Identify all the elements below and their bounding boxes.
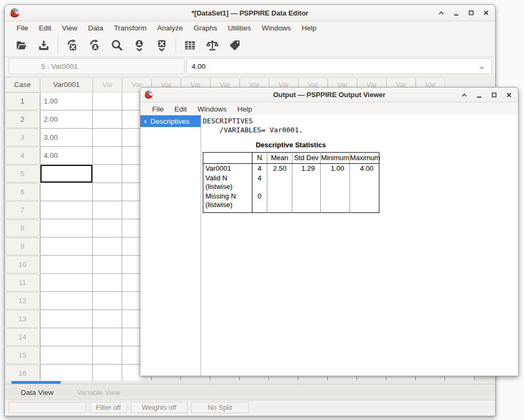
data-cell[interactable] [40, 364, 93, 381]
row-header-3[interactable]: 3 [5, 129, 40, 146]
split-file-button[interactable] [179, 36, 201, 55]
selected-cell[interactable] [40, 165, 93, 183]
data-cell[interactable] [93, 328, 122, 346]
menu-transform[interactable]: Transform [109, 23, 152, 33]
menu-help[interactable]: Help [232, 104, 258, 114]
find-button[interactable] [106, 36, 128, 55]
menu-windows[interactable]: Windows [256, 23, 296, 33]
menu-edit[interactable]: Edit [169, 104, 192, 114]
data-cell[interactable] [93, 237, 122, 256]
view-tabbar: Data ViewVariable View [5, 384, 495, 400]
data-cell[interactable] [93, 201, 122, 219]
row-header-1[interactable]: 1 [5, 92, 40, 110]
data-cell[interactable] [93, 110, 122, 129]
data-cell[interactable] [40, 219, 93, 237]
row-header-11[interactable]: 11 [5, 274, 40, 291]
data-cell[interactable] [40, 237, 93, 256]
row-header-6[interactable]: 6 [5, 183, 40, 201]
row-header-5[interactable]: 5 [5, 165, 40, 183]
data-cell[interactable] [40, 292, 93, 310]
data-cell[interactable] [93, 256, 122, 274]
data-cell[interactable] [93, 147, 122, 165]
shade-button[interactable] [460, 91, 468, 99]
data-cell[interactable] [93, 219, 122, 237]
shade-button[interactable] [437, 9, 445, 17]
menu-help[interactable]: Help [296, 23, 322, 33]
save-button[interactable] [33, 36, 55, 55]
case-column-header[interactable]: Case [5, 77, 40, 92]
menu-data[interactable]: Data [83, 23, 109, 33]
row-header-2[interactable]: 2 [5, 110, 40, 128]
maximize-button[interactable] [467, 9, 475, 17]
menu-edit[interactable]: Edit [34, 23, 57, 33]
minimize-button[interactable] [475, 91, 483, 99]
data-cell[interactable] [93, 274, 122, 292]
open-button[interactable] [10, 36, 33, 55]
menu-file[interactable]: File [11, 23, 34, 33]
maximize-button[interactable] [490, 91, 498, 99]
window-title: *[DataSet1] — PSPPIRE Data Editor [5, 9, 495, 17]
menu-utilities[interactable]: Utilities [223, 23, 257, 33]
row-header-12[interactable]: 12 [5, 292, 40, 310]
status-weights-off[interactable]: Weights off [131, 402, 187, 413]
row-header-14[interactable]: 14 [5, 328, 40, 346]
status-filter-off[interactable]: Filter off [90, 402, 127, 413]
data-cell[interactable] [40, 328, 93, 346]
chevron-down-icon[interactable]: ⌄ [472, 61, 491, 71]
menu-file[interactable]: File [147, 104, 169, 114]
insert-case-button[interactable] [150, 36, 173, 55]
menu-view[interactable]: View [57, 23, 83, 33]
minimize-button[interactable] [452, 9, 460, 17]
data-cell[interactable] [40, 274, 93, 292]
cell-value-entry[interactable]: 4.00 ⌄ [186, 58, 492, 74]
sidebar-item-descriptives[interactable]: ›Descriptives [140, 115, 201, 127]
data-cell[interactable] [40, 256, 93, 274]
data-cell[interactable] [40, 183, 93, 201]
output-titlebar[interactable]: Output — PSPPIRE Output Viewer [140, 88, 518, 102]
statusbar: Filter offWeights offNo Split [5, 400, 495, 415]
data-cell[interactable] [93, 129, 122, 147]
data-cell[interactable]: 1.00 [40, 92, 93, 110]
menu-analyze[interactable]: Analyze [152, 23, 188, 33]
row-header-13[interactable]: 13 [5, 310, 40, 328]
tab-variable-view[interactable]: Variable View [77, 389, 120, 397]
column-header-var0001[interactable]: Var0001 [40, 77, 93, 92]
data-cell[interactable] [93, 364, 122, 381]
data-cell[interactable] [40, 201, 93, 219]
status-no-split[interactable]: No Split [191, 402, 249, 413]
cell-value-text[interactable]: 4.00 [187, 62, 472, 70]
data-cell[interactable] [40, 346, 93, 364]
menu-windows[interactable]: Windows [192, 104, 232, 114]
insert-case-icon [155, 38, 169, 52]
data-cell[interactable]: 4.00 [40, 147, 93, 165]
data-cell[interactable] [93, 346, 122, 364]
stats-value [267, 173, 292, 192]
row-header-9[interactable]: 9 [5, 237, 40, 255]
data-editor-titlebar[interactable]: *[DataSet1] — PSPPIRE Data Editor [5, 5, 495, 21]
output-viewer-window: Output — PSPPIRE Output Viewer FileEditW… [140, 87, 519, 376]
row-header-15[interactable]: 15 [5, 346, 40, 364]
row-header-7[interactable]: 7 [5, 201, 40, 219]
value-labels-button[interactable] [224, 36, 246, 55]
data-cell[interactable] [93, 183, 122, 201]
data-cell[interactable] [93, 292, 122, 310]
close-button[interactable] [482, 9, 490, 17]
data-cell[interactable]: 2.00 [40, 110, 93, 129]
insert-variable-button[interactable] [128, 36, 150, 55]
weight-cases-button[interactable] [201, 36, 224, 55]
goto-variable-button[interactable] [83, 36, 106, 55]
row-header-16[interactable]: 16 [5, 364, 40, 381]
goto-case-button[interactable] [61, 36, 83, 55]
data-cell[interactable] [93, 310, 122, 328]
data-cell[interactable] [40, 310, 93, 328]
data-cell[interactable] [93, 165, 122, 183]
menu-graphs[interactable]: Graphs [188, 23, 223, 33]
data-cell[interactable] [93, 92, 122, 110]
column-header-var-1[interactable]: Var [93, 77, 122, 92]
close-button[interactable] [505, 91, 513, 99]
tab-data-view[interactable]: Data View [21, 389, 53, 397]
data-cell[interactable]: 3.00 [40, 129, 93, 147]
row-header-10[interactable]: 10 [5, 256, 40, 273]
row-header-8[interactable]: 8 [5, 219, 40, 237]
row-header-4[interactable]: 4 [5, 147, 40, 164]
